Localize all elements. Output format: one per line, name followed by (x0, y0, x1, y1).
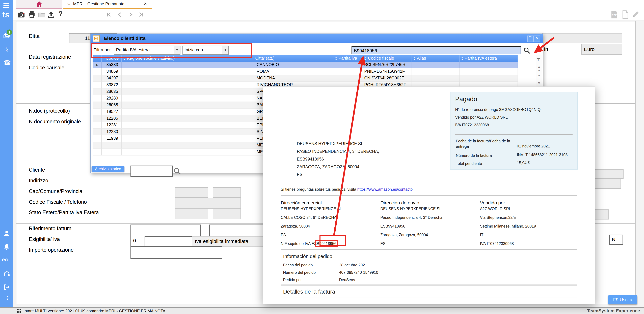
scroll-down-icon[interactable]: ∨ (536, 81, 542, 85)
close-tab-icon[interactable]: ✕ (144, 2, 147, 6)
dialog-close-icon[interactable]: ✕ (534, 35, 540, 42)
address-text: Zaragoza, 50004 (281, 224, 310, 228)
esigibilita-input[interactable]: 0 (130, 236, 145, 247)
invoice-number-value: INV-IT-148668211-2021-3108 (517, 153, 568, 157)
edit-pencil-icon[interactable] (632, 10, 640, 20)
screenshot-camera-icon[interactable] (18, 11, 25, 19)
address-text: ES (281, 233, 286, 237)
app-grid-icon[interactable] (17, 309, 21, 313)
toolbar-separator (90, 10, 90, 19)
ec-logo[interactable]: ec (2, 257, 8, 263)
stato-estero-field[interactable] (175, 209, 208, 219)
address-column-line: CALLE COSO 34, 6° DERECHA (281, 216, 336, 220)
bell-icon[interactable] (3, 244, 10, 250)
cell-codice: 34869 (102, 68, 122, 75)
row-selector-cell (92, 115, 102, 122)
home-tab[interactable] (16, 0, 62, 8)
upload-icon[interactable] (48, 11, 55, 19)
cell-alias (412, 62, 460, 68)
riferimento-input-2[interactable] (209, 225, 264, 237)
order-info-label: Pedido por (283, 278, 302, 282)
scroll-up-icon[interactable]: ∧ (536, 74, 542, 77)
codice-fiscale-field[interactable] (175, 198, 241, 209)
cell-codice: 12285 (102, 115, 122, 122)
column-header[interactable]: Partita iva (334, 55, 363, 62)
status-text: start: MULTI versione: 2021.01.09 comand… (25, 309, 165, 313)
column-header[interactable]: Citta' (att.) (255, 55, 334, 62)
dialog-maximize-icon[interactable] (527, 35, 534, 42)
hamburger-menu-icon[interactable] (3, 3, 10, 10)
folder-icon[interactable] (38, 12, 45, 19)
label-codice-causale: Codice causale (29, 65, 64, 71)
column-header[interactable]: Partita IVA estera (460, 55, 518, 62)
favorite-star-icon[interactable]: ☆ (67, 1, 71, 6)
paid-title: Pagado (455, 95, 477, 103)
more-dots-icon[interactable]: ⋮ (5, 295, 10, 301)
address-column-line: Paseo Independencia 4, 3° Derecha, (380, 216, 444, 220)
user-icon[interactable] (3, 230, 10, 237)
status-bar: start: MULTI versione: 2021.01.09 comand… (0, 307, 644, 314)
row-selector-cell (92, 135, 102, 142)
address-column-line: Settimo Milanese, Milano, 20019 (480, 224, 536, 228)
table-row[interactable]: 34297MODENACNISVT64L28G902E (92, 75, 518, 82)
f9-uscita-button[interactable]: F9 Uscita (608, 295, 637, 304)
new-document-icon[interactable] (622, 10, 628, 20)
comune-field[interactable] (213, 187, 241, 198)
amazon-contact-link[interactable]: https://www.amazon.es/contacto (357, 187, 412, 191)
partita-iva-estera-field[interactable] (213, 209, 241, 219)
cap-field[interactable] (175, 187, 208, 198)
dialog-titlebar[interactable]: Elenco clienti ditta ✕ (90, 34, 543, 43)
sort-icon[interactable] (461, 57, 464, 60)
scroll-pageup-icon[interactable]: ∧∧ (536, 65, 542, 72)
cell-codice: 28280 (102, 95, 122, 102)
cliente-input[interactable] (130, 166, 173, 177)
nav-first-icon[interactable] (107, 12, 112, 18)
home-tab-underline (16, 8, 62, 9)
star-icon[interactable]: ☆ (3, 45, 9, 53)
cell-ragione (122, 109, 255, 115)
cell-ragione (122, 122, 255, 129)
nav-prev-icon[interactable] (118, 12, 122, 18)
address-text: Via Stephenson,32/E (480, 216, 516, 220)
logout-icon[interactable] (3, 284, 10, 291)
buyer-address-line: ZARAGOZA, ZARAGOZA, 50004 (297, 165, 359, 169)
address-text: Settimo Milanese, Milano, 20019 (480, 224, 536, 228)
help-icon[interactable]: ? (58, 10, 63, 18)
phone-icon[interactable]: ☎ (3, 59, 11, 66)
label-cf-telefono: Codice Fiscale / Telefono (29, 199, 87, 205)
print-icon[interactable] (28, 11, 35, 19)
vendido-por-title: Vendido por (480, 200, 505, 205)
tab-mpri-gestione-primanota[interactable]: ☆ MPRI - Gestione Primanota ✕ (63, 0, 152, 8)
address-column-line: ES (281, 233, 286, 237)
column-header[interactable]: Alias (412, 55, 460, 62)
address-text: DEUSENS HYPERXPERIENCE SL (281, 207, 342, 211)
cliente-search-icon[interactable] (174, 167, 182, 177)
address-column-line: A2Z WORLD SRL (480, 207, 511, 211)
column-header[interactable]: Codice fiscale (363, 55, 412, 62)
importo-input[interactable] (130, 246, 222, 259)
nav-next-icon[interactable] (128, 12, 133, 18)
sort-icon[interactable] (413, 57, 416, 60)
scroll-top-icon[interactable]: ∧ (537, 58, 540, 62)
order-info-label: Fecha del pedido (283, 263, 312, 267)
pdf-export-icon[interactable]: PDF (610, 10, 618, 20)
search-icon[interactable] (523, 47, 531, 56)
column-header-label: Alias (417, 55, 426, 62)
archivio-storico-button[interactable]: Archivio storico (92, 166, 124, 172)
sort-icon[interactable] (335, 57, 338, 60)
table-row[interactable]: 34869ROMAPNILRD57R15G942F (92, 68, 518, 75)
headset-icon[interactable] (3, 271, 10, 277)
sort-icon[interactable] (364, 57, 367, 60)
row-selector-cell (92, 102, 102, 109)
address-column-line: ESB99418956 (380, 224, 405, 228)
cell-ragione (122, 102, 255, 109)
table-row[interactable]: ▶35333CANNOBIOSCLSFN76R22L746R (92, 62, 518, 68)
divider (281, 195, 577, 196)
riferimento-input-1[interactable] (130, 225, 200, 237)
nav-last-icon[interactable] (138, 12, 143, 18)
n-flag-input[interactable]: N (609, 235, 623, 245)
cell-ragione (122, 75, 255, 82)
search-input[interactable]: B99418956 (352, 46, 521, 54)
cell-codice: 28635 (102, 88, 122, 95)
divider (281, 285, 577, 286)
